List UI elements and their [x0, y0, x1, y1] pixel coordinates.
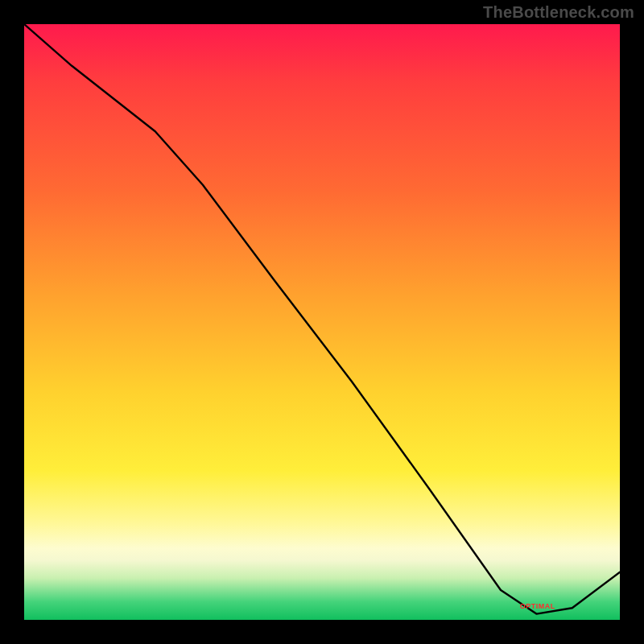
watermark-text: TheBottleneck.com: [483, 3, 634, 22]
chart-frame: TheBottleneck.com OPTIMAL: [0, 0, 644, 644]
bottleneck-curve: [24, 24, 620, 620]
optimal-marker: OPTIMAL: [520, 602, 555, 610]
plot-area: OPTIMAL: [24, 24, 620, 620]
